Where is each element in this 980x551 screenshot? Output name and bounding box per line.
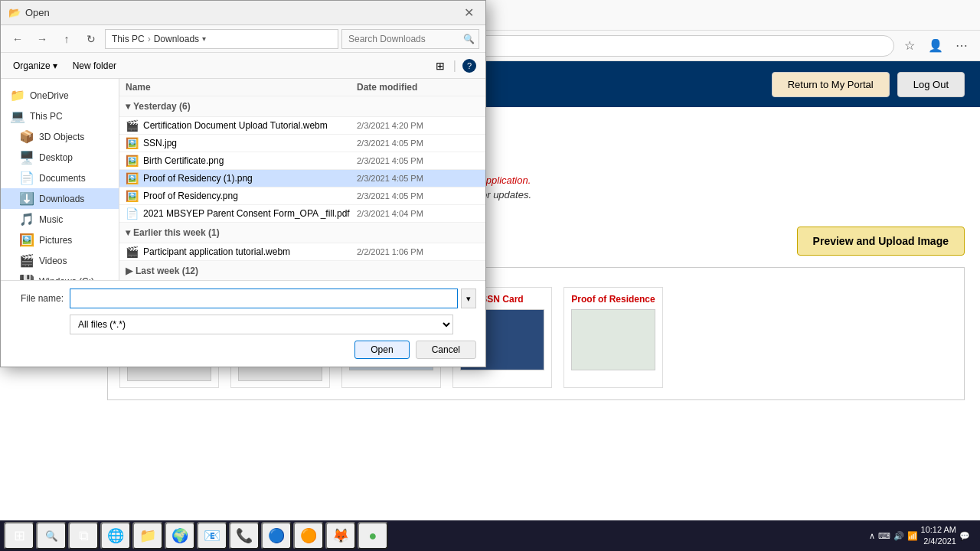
file-row-cert[interactable]: 🎬 Certification Document Upload Tutorial… xyxy=(119,117,485,135)
system-tray-network[interactable]: 📶 xyxy=(907,531,918,541)
start-icon: ⊞ xyxy=(14,527,25,544)
files-column-header: Name Date modified xyxy=(119,79,485,96)
dialog-up-button[interactable]: ↑ xyxy=(56,29,77,49)
nav-item-videos[interactable]: 🎬 Videos xyxy=(1,250,119,271)
dialog-refresh-button[interactable]: ↻ xyxy=(80,29,102,49)
taskbar-teams-button[interactable]: 🔵 xyxy=(261,522,292,549)
address-crumb-thispc: This PC xyxy=(112,34,145,44)
taskbar-chrome-button[interactable]: ● xyxy=(358,522,388,549)
col-name-header: Name xyxy=(126,82,357,93)
taskbar-date-value: 2/4/2021 xyxy=(921,536,956,547)
taskbar-system-area: ∧ ⌨ 🔊 📶 10:12 AM 2/4/2021 💬 xyxy=(863,524,976,548)
taskbar-search-button[interactable]: 🔍 xyxy=(36,522,67,549)
taskbar: ⊞ 🔍 ⧉ 🌐 📁 🌍 📧 📞 🔵 🟠 🦊 ● ∧ ⌨ 🔊 📶 10:12 AM xyxy=(0,520,980,551)
help-button[interactable]: ? xyxy=(459,56,479,76)
dialog-close-button[interactable]: ✕ xyxy=(459,4,478,22)
filename-row: File name: ▾ xyxy=(10,289,476,308)
file-row-participant[interactable]: 🎬 Participant application tutorial.webm … xyxy=(119,243,485,261)
dialog-forward-button[interactable]: → xyxy=(31,29,53,49)
dialog-titlebar: 📂 Open ✕ xyxy=(1,1,485,25)
dialog-actions: Open Cancel xyxy=(10,341,476,359)
nav-label-desktop: Desktop xyxy=(39,152,73,163)
file-icon-cert: 🎬 xyxy=(126,119,139,132)
taskbar-edge-button[interactable]: 🌐 xyxy=(100,522,131,549)
windowsc-icon: 💾 xyxy=(19,274,34,280)
file-date-proof1: 2/3/2021 4:05 PM xyxy=(357,174,479,183)
phone-icon: 📞 xyxy=(236,527,253,544)
address-sep-1: › xyxy=(148,34,151,44)
taskbar-explorer-button[interactable]: 📁 xyxy=(132,522,163,549)
nav-item-3dobjects[interactable]: 📦 3D Objects xyxy=(1,126,119,147)
music-icon: 🎵 xyxy=(19,212,34,227)
nav-label-onedrive: OneDrive xyxy=(30,90,69,101)
logout-button[interactable]: Log Out xyxy=(897,72,965,97)
file-date-proof2: 2/3/2021 4:05 PM xyxy=(357,191,479,201)
return-portal-button[interactable]: Return to My Portal xyxy=(772,72,890,97)
nav-item-onedrive[interactable]: 📁 OneDrive xyxy=(1,85,119,106)
filetype-spacer xyxy=(456,315,476,334)
filetype-select[interactable]: All files (*.*) xyxy=(70,315,453,334)
nav-label-music: Music xyxy=(39,214,63,225)
nav-label-downloads: Downloads xyxy=(39,194,84,204)
file-icon-ssn: 🖼️ xyxy=(126,137,139,149)
nav-item-documents[interactable]: 📄 Documents xyxy=(1,168,119,188)
pictures-icon: 🖼️ xyxy=(19,233,34,247)
firefox-icon: 🦊 xyxy=(332,527,349,544)
nav-item-downloads[interactable]: ⬇️ Downloads xyxy=(1,188,119,209)
nav-item-windowsc[interactable]: 💾 Windows (C:) xyxy=(1,271,119,280)
task-view-button[interactable]: ⧉ xyxy=(68,522,99,549)
group-yesterday[interactable]: ▾ Yesterday (6) xyxy=(119,96,485,117)
nav-item-pictures[interactable]: 🖼️ Pictures xyxy=(1,230,119,250)
search-box[interactable]: 🔍 xyxy=(341,29,479,49)
file-name-cert: 🎬 Certification Document Upload Tutorial… xyxy=(126,119,357,132)
taskbar-mail-button[interactable]: 📧 xyxy=(197,522,227,549)
preview-upload-button[interactable]: Preview and Upload Image xyxy=(797,227,965,256)
group-lastweek[interactable]: ▶ Last week (12) xyxy=(119,261,485,280)
taskbar-ie-button[interactable]: 🌍 xyxy=(165,522,195,549)
dialog-cancel-button[interactable]: Cancel xyxy=(416,341,476,359)
organize-label: Organize xyxy=(13,60,51,71)
taskbar-clock[interactable]: 10:12 AM 2/4/2021 xyxy=(921,524,956,548)
system-tray-chevron[interactable]: ∧ xyxy=(869,531,875,541)
doc-card-residence[interactable]: Proof of Residence xyxy=(564,287,663,388)
profile-btn[interactable]: 👤 xyxy=(925,35,946,57)
file-date-cert: 2/3/2021 4:20 PM xyxy=(357,121,479,130)
new-folder-button[interactable]: New folder xyxy=(67,56,122,76)
organize-button[interactable]: Organize ▾ xyxy=(7,56,64,76)
filename-dropdown-btn[interactable]: ▾ xyxy=(461,289,476,308)
dialog-open-button[interactable]: Open xyxy=(354,341,409,359)
file-name-proof2: 🖼️ Proof of Residency.png xyxy=(126,190,357,202)
thispc-icon: 💻 xyxy=(10,109,25,123)
nav-item-desktop[interactable]: 🖥️ Desktop xyxy=(1,147,119,168)
address-bar[interactable]: This PC › Downloads ▾ xyxy=(105,29,338,49)
search-input[interactable] xyxy=(348,34,463,44)
dialog-title-icon: 📂 xyxy=(8,7,21,18)
group-expand-earlier: ▾ xyxy=(126,227,130,238)
files-scroll-area[interactable]: ▾ Yesterday (6) 🎬 Certification Document… xyxy=(119,96,485,280)
start-button[interactable]: ⊞ xyxy=(4,522,34,549)
file-row-ssn[interactable]: 🖼️ SSN.jpg 2/3/2021 4:05 PM xyxy=(119,135,485,152)
file-row-proof1[interactable]: 🖼️ Proof of Residency (1).png 2/3/2021 4… xyxy=(119,170,485,187)
group-earlier[interactable]: ▾ Earlier this week (1) xyxy=(119,223,485,243)
file-row-pdf[interactable]: 📄 2021 MBSYEP Parent Consent Form_OPA _f… xyxy=(119,205,485,223)
group-label-lastweek: Last week (12) xyxy=(136,266,198,276)
bookmark-btn[interactable]: ☆ xyxy=(899,35,920,57)
file-name-proof1: 🖼️ Proof of Residency (1).png xyxy=(126,172,357,184)
system-tray-volume[interactable]: 🔊 xyxy=(893,531,904,541)
file-icon-birth: 🖼️ xyxy=(126,155,139,167)
dialog-nav-toolbar: ← → ↑ ↻ This PC › Downloads ▾ 🔍 xyxy=(1,25,485,53)
view-button[interactable]: ⊞ xyxy=(430,56,450,76)
nav-item-music[interactable]: 🎵 Music xyxy=(1,209,119,230)
taskbar-firefox-button[interactable]: 🦊 xyxy=(325,522,356,549)
filename-input[interactable] xyxy=(70,289,458,308)
nav-label-thispc: This PC xyxy=(30,111,63,122)
nav-item-thispc[interactable]: 💻 This PC xyxy=(1,106,119,126)
taskbar-outlook-button[interactable]: 🟠 xyxy=(293,522,324,549)
notification-btn[interactable]: 💬 xyxy=(959,531,970,541)
file-row-proof2[interactable]: 🖼️ Proof of Residency.png 2/3/2021 4:05 … xyxy=(119,187,485,205)
file-row-birth[interactable]: 🖼️ Birth Certificate.png 2/3/2021 4:05 P… xyxy=(119,152,485,170)
file-icon-participant: 🎬 xyxy=(126,246,139,258)
taskbar-phone-button[interactable]: 📞 xyxy=(229,522,260,549)
menu-btn[interactable]: ⋯ xyxy=(951,35,972,57)
dialog-back-button[interactable]: ← xyxy=(7,29,28,49)
